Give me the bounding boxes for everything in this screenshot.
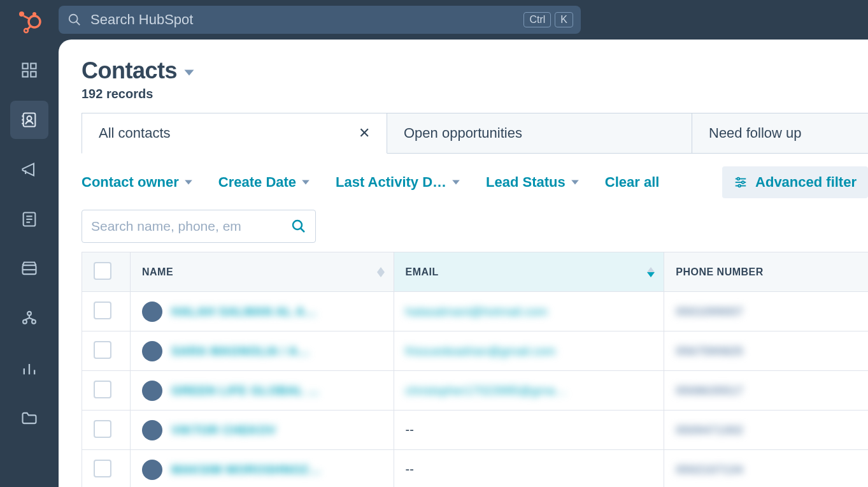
row-checkbox-cell [82, 411, 131, 450]
tab-need-follow-up[interactable]: Need follow up [692, 113, 868, 153]
filter-bar: Contact owner Create Date Last Activity … [59, 154, 868, 210]
nav-files[interactable] [10, 399, 48, 437]
column-header-phone[interactable]: PHONE NUMBER [664, 252, 868, 292]
row-email-cell[interactable]: frissuedeadrian@gmail.com [394, 331, 664, 371]
filter-create-date[interactable]: Create Date [218, 174, 310, 191]
tab-label: Open opportunities [404, 125, 522, 142]
search-icon [68, 13, 82, 27]
contact-phone: 0501099007 [676, 305, 743, 318]
row-email-cell[interactable]: -- [394, 411, 664, 450]
sort-arrows[interactable] [377, 267, 385, 277]
nav-reports[interactable] [10, 349, 48, 388]
nav-automation[interactable] [10, 300, 48, 338]
tab-label: All contacts [99, 125, 171, 142]
nav-contacts[interactable] [10, 101, 48, 139]
tab-open-opportunities[interactable]: Open opportunities [387, 113, 692, 153]
row-phone-cell[interactable]: 0508635517 [664, 371, 868, 411]
search-icon[interactable] [291, 219, 306, 234]
row-checkbox[interactable] [94, 341, 111, 359]
row-checkbox[interactable] [94, 460, 111, 477]
svg-rect-11 [24, 113, 36, 127]
row-name-cell[interactable]: VIKTOR CHEKOV [131, 411, 394, 450]
table-search-input[interactable] [91, 219, 285, 234]
hubspot-logo[interactable] [15, 8, 43, 36]
row-email-cell[interactable]: halasalmani@hotmail.com [394, 292, 664, 331]
row-email-cell[interactable]: -- [394, 450, 664, 488]
row-checkbox[interactable] [94, 302, 111, 319]
global-search[interactable]: Search HubSpot Ctrl K [59, 6, 581, 34]
svg-rect-7 [23, 64, 28, 69]
svg-point-24 [32, 320, 36, 324]
row-checkbox-cell [82, 331, 131, 371]
tab-all-contacts[interactable]: All contacts ✕ [82, 113, 387, 154]
view-tabs: All contacts ✕ Open opportunities Need f… [82, 113, 868, 154]
sidebar [0, 0, 59, 487]
svg-line-32 [76, 22, 80, 25]
table-search[interactable] [82, 210, 316, 243]
table-row[interactable]: VIKTOR CHEKOV--0509471302 [82, 411, 869, 450]
contact-name: SARA MAGNOLIA / A… [171, 344, 310, 358]
nav-dashboard[interactable] [10, 51, 48, 89]
svg-point-36 [737, 178, 740, 180]
close-icon[interactable]: ✕ [320, 125, 370, 142]
column-header-name[interactable]: NAME [131, 252, 394, 292]
svg-point-1 [29, 16, 40, 27]
svg-point-38 [738, 185, 741, 187]
row-phone-cell[interactable]: 0509471302 [664, 411, 868, 450]
row-name-cell[interactable]: GREEN LIFE GLOBAL … [131, 371, 394, 411]
contact-name: VIKTOR CHEKOV [171, 423, 276, 437]
nav-content[interactable] [10, 200, 48, 238]
row-phone-cell[interactable]: 0501099007 [664, 292, 868, 331]
column-header-checkbox[interactable] [82, 252, 131, 292]
table-row[interactable]: HALAH SALMAN AL A…halasalmani@hotmail.co… [82, 292, 869, 331]
tab-label: Need follow up [709, 125, 802, 142]
page-title: Contacts [82, 57, 177, 84]
row-name-cell[interactable]: SARA MAGNOLIA / A… [131, 331, 394, 371]
svg-rect-9 [23, 71, 28, 76]
row-checkbox[interactable] [94, 420, 111, 438]
contacts-table: NAME EMAIL [82, 252, 868, 487]
select-all-checkbox[interactable] [94, 262, 111, 280]
nav-marketing[interactable] [10, 150, 48, 189]
contact-phone: 0508635517 [676, 384, 743, 397]
svg-point-22 [27, 312, 31, 316]
sort-arrows[interactable] [647, 267, 655, 277]
contact-phone: 0502107134 [676, 463, 743, 476]
svg-line-27 [29, 318, 34, 320]
row-checkbox[interactable] [94, 381, 111, 398]
row-name-cell[interactable]: MAKSIM MOROSHNOZ… [131, 450, 394, 488]
keyboard-shortcut: Ctrl K [523, 12, 573, 27]
table-row[interactable]: SARA MAGNOLIA / A…frissuedeadrian@gmail.… [82, 331, 869, 371]
nav-commerce[interactable] [10, 250, 48, 288]
contact-name: GREEN LIFE GLOBAL … [171, 384, 320, 398]
clear-all-filters[interactable]: Clear all [605, 174, 660, 191]
avatar [142, 302, 162, 322]
page-title-dropdown[interactable]: Contacts [82, 57, 868, 84]
contact-email: christopher17023985@gma… [406, 384, 567, 397]
chevron-down-icon [183, 67, 195, 78]
contact-name: MAKSIM MOROSHNOZ… [171, 463, 321, 477]
table-row[interactable]: GREEN LIFE GLOBAL …christopher17023985@g… [82, 371, 869, 411]
filter-contact-owner[interactable]: Contact owner [82, 174, 193, 191]
filter-last-activity[interactable]: Last Activity D… [336, 174, 460, 191]
svg-point-31 [69, 15, 78, 23]
row-email-cell[interactable]: christopher17023985@gma… [394, 371, 664, 411]
row-name-cell[interactable]: HALAH SALMAN AL A… [131, 292, 394, 331]
row-checkbox-cell [82, 371, 131, 411]
avatar [142, 460, 162, 480]
row-checkbox-cell [82, 450, 131, 488]
svg-point-23 [23, 320, 27, 324]
column-header-email[interactable]: EMAIL [394, 252, 664, 292]
svg-point-0 [19, 11, 24, 17]
advanced-filters-button[interactable]: Advanced filter [722, 166, 868, 198]
row-phone-cell[interactable]: 0502107134 [664, 450, 868, 488]
contact-name: HALAH SALMAN AL A… [171, 305, 317, 319]
svg-point-6 [24, 29, 28, 33]
table-row[interactable]: MAKSIM MOROSHNOZ…--0502107134 [82, 450, 869, 488]
contact-email: halasalmani@hotmail.com [406, 305, 548, 318]
global-search-placeholder: Search HubSpot [90, 11, 193, 28]
filter-lead-status[interactable]: Lead Status [486, 174, 580, 191]
contact-email: -- [406, 423, 414, 437]
row-phone-cell[interactable]: 0567590825 [664, 331, 868, 371]
topbar: Search HubSpot Ctrl K [59, 0, 868, 40]
